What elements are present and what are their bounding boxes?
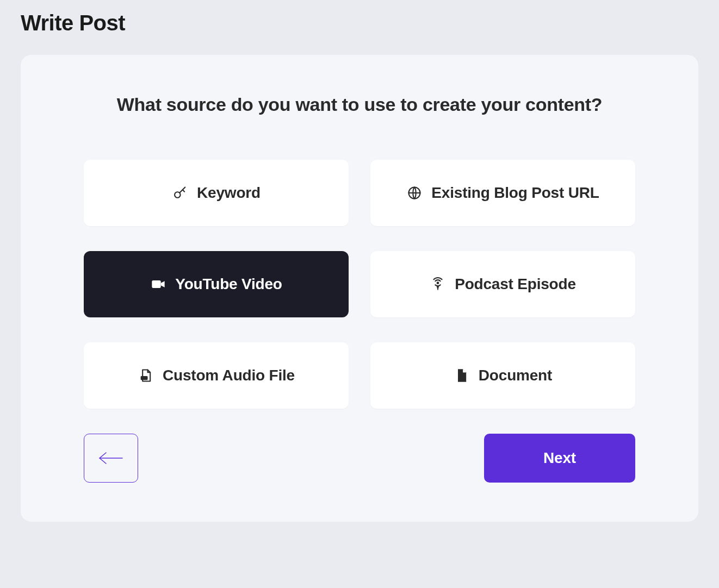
- option-document[interactable]: Document: [370, 342, 635, 409]
- svg-point-3: [437, 282, 439, 284]
- svg-text:MP3: MP3: [141, 377, 147, 379]
- option-label: YouTube Video: [175, 276, 282, 293]
- option-label: Custom Audio File: [163, 367, 295, 384]
- option-keyword[interactable]: Keyword: [84, 160, 349, 226]
- document-icon: [454, 367, 470, 384]
- footer-row: Next: [63, 434, 656, 483]
- globe-icon: [406, 185, 423, 201]
- option-blog-url[interactable]: Existing Blog Post URL: [370, 160, 635, 226]
- option-label: Existing Blog Post URL: [431, 184, 599, 202]
- option-label: Document: [479, 367, 552, 384]
- video-icon: [150, 276, 166, 292]
- svg-rect-2: [152, 280, 161, 288]
- key-icon: [172, 185, 188, 201]
- options-grid: Keyword Existing Blog Post URL YouTu: [63, 160, 656, 409]
- option-label: Podcast Episode: [455, 276, 576, 293]
- source-selection-card: What source do you want to use to create…: [21, 55, 698, 522]
- page-title: Write Post: [21, 11, 698, 35]
- option-youtube[interactable]: YouTube Video: [84, 251, 349, 317]
- back-button[interactable]: [84, 434, 138, 483]
- podcast-icon: [430, 276, 446, 292]
- option-podcast[interactable]: Podcast Episode: [370, 251, 635, 317]
- next-button[interactable]: Next: [484, 434, 635, 483]
- option-audio-file[interactable]: MP3 Custom Audio File: [84, 342, 349, 409]
- option-label: Keyword: [197, 184, 261, 202]
- prompt-heading: What source do you want to use to create…: [63, 94, 656, 115]
- arrow-left-icon: [97, 451, 125, 465]
- audio-file-icon: MP3: [138, 367, 154, 384]
